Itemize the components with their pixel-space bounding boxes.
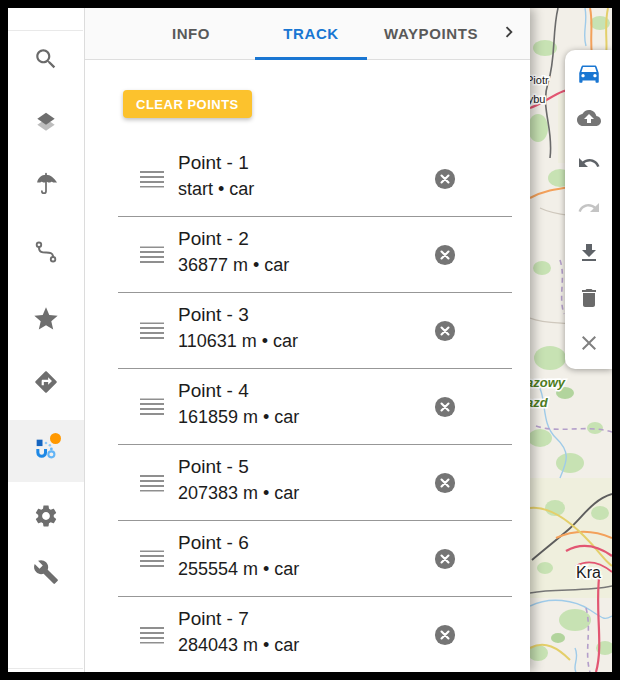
point-subtitle: 284043 m • car [178,632,299,659]
point-row[interactable]: Point - 1 start • car [118,141,512,217]
car-icon [576,60,602,89]
remove-circle-icon [434,624,456,646]
clear-points-button[interactable]: CLEAR POINTS [123,90,252,118]
point-subtitle: 110631 m • car [178,328,298,355]
remove-circle-icon [434,320,456,342]
drag-handle-icon[interactable] [140,322,164,339]
remove-circle-icon [434,168,456,190]
sidebar-bottom-divider [8,668,83,669]
point-title: Point - 3 [178,301,298,328]
map-label-park: azd [530,395,549,410]
remove-circle-icon [434,244,456,266]
points-list: Point - 1 start • car Point - 2 36877 m … [85,141,530,672]
close-toolbar-button[interactable] [565,322,612,367]
remove-circle-icon [434,548,456,570]
delete-point-button[interactable] [434,168,456,190]
chevron-right-icon [498,21,520,46]
delete-point-button[interactable] [434,472,456,494]
point-subtitle: 207383 m • car [178,480,299,507]
sidebar-top-divider [8,30,83,31]
point-title: Point - 1 [178,149,254,176]
redo-button[interactable] [565,187,612,232]
route-icon [33,239,59,268]
redo-icon [577,196,601,223]
wrench-icon [33,559,59,588]
point-row[interactable]: Point - 4 161859 m • car [118,369,512,445]
screenshot-frame: INFO TRACK WAYPOINTS CLEAR POINTS Point … [0,0,620,680]
point-row[interactable]: Point - 5 207383 m • car [118,445,512,521]
notification-badge [50,433,61,444]
point-subtitle: 161859 m • car [178,404,299,431]
delete-point-button[interactable] [434,320,456,342]
map-label-place: Piotr [530,74,549,86]
tabs-overflow-button[interactable] [491,8,527,59]
sidebar-item-favorites[interactable] [26,300,66,340]
delete-point-button[interactable] [434,548,456,570]
sidebar-item-search[interactable] [26,40,66,80]
map[interactable]: Piotr rybu azowy azd Kra [530,8,612,672]
directions-icon [33,369,59,398]
drag-handle-icon[interactable] [140,170,164,187]
sidebar-item-navigation[interactable] [26,363,66,403]
gear-icon [33,503,59,532]
drag-handle-icon[interactable] [140,398,164,415]
point-row[interactable]: Point - 6 255554 m • car [118,521,512,597]
point-text: Point - 1 start • car [178,149,254,203]
point-title: Point - 7 [178,605,299,632]
remove-circle-icon [434,396,456,418]
left-sidebar [8,8,85,672]
drag-handle-icon[interactable] [140,246,164,263]
remove-circle-icon [434,472,456,494]
point-text: Point - 5 207383 m • car [178,453,299,507]
sidebar-item-tools[interactable] [26,553,66,593]
download-button[interactable] [565,232,612,277]
point-row[interactable]: Point - 2 36877 m • car [118,217,512,293]
app-window: INFO TRACK WAYPOINTS CLEAR POINTS Point … [8,8,612,672]
track-panel: INFO TRACK WAYPOINTS CLEAR POINTS Point … [85,8,530,672]
point-title: Point - 5 [178,453,299,480]
map-label-park: azowy [530,375,566,390]
trash-icon [577,286,601,313]
delete-point-button[interactable] [434,624,456,646]
undo-icon [577,151,601,178]
point-text: Point - 3 110631 m • car [178,301,298,355]
star-icon [32,305,60,336]
sidebar-item-settings[interactable] [26,497,66,537]
layers-icon [33,109,59,138]
drag-handle-icon[interactable] [140,474,164,491]
download-icon [577,241,601,268]
car-profile-button[interactable] [565,52,612,97]
delete-track-button[interactable] [565,277,612,322]
point-text: Point - 4 161859 m • car [178,377,299,431]
delete-point-button[interactable] [434,244,456,266]
map-toolbar [565,50,612,369]
point-title: Point - 2 [178,225,289,252]
point-row[interactable]: Point - 7 284043 m • car [118,597,512,672]
drag-handle-icon[interactable] [140,627,164,644]
cloud-upload-icon [577,106,601,133]
undo-button[interactable] [565,142,612,187]
tab-track[interactable]: TRACK [251,8,371,59]
tab-waypoints[interactable]: WAYPOINTS [371,8,491,59]
tab-bar: INFO TRACK WAYPOINTS [85,8,530,60]
point-row[interactable]: Point - 3 110631 m • car [118,293,512,369]
umbrella-icon [33,171,59,200]
drag-handle-icon[interactable] [140,550,164,567]
sidebar-item-layers[interactable] [26,103,66,143]
close-icon [577,331,601,358]
sidebar-item-weather[interactable] [26,165,66,205]
search-icon [33,46,59,75]
point-subtitle: 36877 m • car [178,252,289,279]
sidebar-item-tracks[interactable] [26,233,66,273]
point-subtitle: start • car [178,176,254,203]
point-text: Point - 2 36877 m • car [178,225,289,279]
delete-point-button[interactable] [434,396,456,418]
point-title: Point - 6 [178,529,299,556]
cloud-upload-button[interactable] [565,97,612,142]
point-text: Point - 7 284043 m • car [178,605,299,659]
point-title: Point - 4 [178,377,299,404]
point-text: Point - 6 255554 m • car [178,529,299,583]
map-label-city: Kra [576,564,601,581]
sidebar-item-plan-route[interactable] [26,430,66,470]
tab-info[interactable]: INFO [131,8,251,59]
